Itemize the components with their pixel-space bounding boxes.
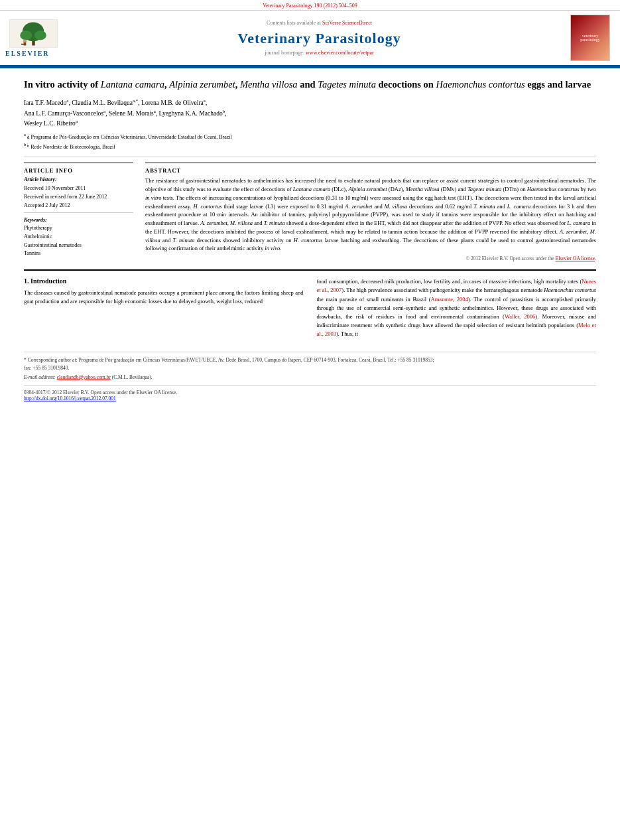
keyword-phytotherapy: Phytotherapy — [24, 224, 133, 233]
article-info-header: ARTICLE INFO — [24, 167, 133, 174]
keywords-label: Keywords: — [24, 217, 133, 223]
copyright-line: © 2012 Elsevier B.V. Open access under t… — [145, 255, 596, 261]
bottom-bar: 0304-4017/© 2012 Elsevier B.V. Open acce… — [24, 385, 596, 403]
body-divider — [24, 269, 596, 271]
doi-link[interactable]: http://dx.doi.org/10.1016/j.vetpar.2012.… — [24, 395, 177, 401]
received-date: Received 10 November 2011 — [24, 184, 133, 192]
body-left-col: 1. Introduction The diseases caused by g… — [24, 277, 304, 338]
section1-title: 1. Introduction — [24, 277, 304, 285]
abstract-header: ABSTRACT — [145, 167, 596, 174]
page-header: ELSEVIER Contents lists available at Sci… — [0, 11, 620, 66]
article-title: In vitro activity of Lantana camara, Alp… — [24, 78, 596, 91]
affiliations: a à Programa de Pós-Graduação em Ciência… — [24, 131, 596, 152]
body-right-col: food consumption, decreased milk product… — [317, 277, 597, 338]
journal-cover-area: veterinaryparasitology — [567, 15, 613, 61]
email-footnote: E-mail address: claudiandb@yahoo.com.br … — [24, 374, 596, 381]
keyword-anthelmintic: Anthelmintic — [24, 233, 133, 242]
ref-amarante-2004[interactable]: Amarante, 2004 — [431, 296, 468, 303]
title-info-divider — [24, 157, 596, 157]
homepage-link[interactable]: www.elsevier.com/locate/vetpar — [306, 50, 374, 56]
article-info-column: ARTICLE INFO Article history: Received 1… — [24, 163, 133, 261]
oa-license-link[interactable]: Elsevier OA license — [556, 255, 595, 261]
ref-melo-2003[interactable]: Melo et al., 2003 — [317, 322, 597, 337]
abstract-column: ABSTRACT The resistance of gastrointesti… — [145, 163, 596, 261]
keyword-tannins: Tannins — [24, 249, 133, 258]
body-section: 1. Introduction The diseases caused by g… — [24, 277, 596, 338]
publisher-logo-area: ELSEVIER — [5, 15, 72, 61]
sciverse-link[interactable]: Contents lists available at SciVerse Sci… — [267, 20, 372, 26]
svg-point-3 — [20, 31, 32, 40]
svg-point-4 — [34, 31, 46, 40]
abstract-text: The resistance of gastrointestinal nemat… — [145, 176, 596, 253]
journal-title: Veterinary Parasitology — [237, 30, 401, 47]
section1-left-text: The diseases caused by gastrointestinal … — [24, 289, 304, 306]
journal-title-area: Contents lists available at SciVerse Sci… — [78, 15, 560, 61]
sciverse-link-anchor[interactable]: SciVerse ScienceDirect — [322, 20, 372, 26]
email-link[interactable]: claudiandb@yahoo.com.br — [57, 374, 111, 380]
footer-area: * Corresponding author at: Programa de P… — [24, 352, 596, 381]
svg-rect-7 — [21, 44, 26, 45]
corresponding-author-footnote: * Corresponding author at: Programa de P… — [24, 356, 596, 372]
authors-line: Iara T.F. Macedoa, Claudia M.L. Bevilaqu… — [24, 98, 596, 128]
revised-date: Received in revised form 22 June 2012 — [24, 193, 133, 200]
ref-waller-2006[interactable]: Waller, 2006 — [505, 313, 535, 320]
journal-homepage: journal homepage: www.elsevier.com/locat… — [265, 50, 373, 56]
keyword-nematodes: Gastrointestinal nematodes — [24, 242, 133, 250]
article-title-section: In vitro activity of Lantana camara, Alp… — [24, 78, 596, 91]
journal-citation: Veterinary Parasitology 190 (2012) 504–5… — [263, 3, 357, 9]
journal-cover-image: veterinaryparasitology — [570, 15, 610, 61]
elsevier-tree-icon — [5, 19, 62, 48]
elsevier-brand-text: ELSEVIER — [5, 50, 50, 57]
info-abstract-section: ARTICLE INFO Article history: Received 1… — [24, 163, 596, 261]
elsevier-logo: ELSEVIER — [5, 19, 72, 57]
article-history-label: Article history: — [24, 176, 133, 182]
issn-text: 0304-4017/© 2012 Elsevier B.V. Open acce… — [24, 389, 177, 395]
accepted-date: Accepted 2 July 2012 — [24, 202, 133, 209]
section1-right-text: food consumption, decreased milk product… — [317, 277, 597, 338]
journal-bar: Veterinary Parasitology 190 (2012) 504–5… — [0, 0, 620, 11]
issn-area: 0304-4017/© 2012 Elsevier B.V. Open acce… — [24, 389, 177, 401]
article-content: In vitro activity of Lantana camara, Alp… — [0, 68, 620, 412]
info-keywords-divider — [24, 212, 133, 213]
